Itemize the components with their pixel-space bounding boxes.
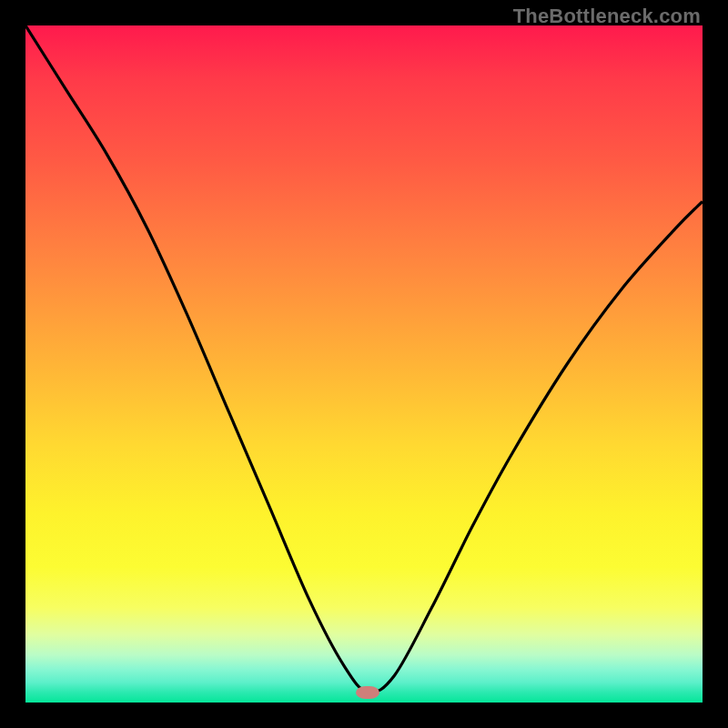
- watermark-text: TheBottleneck.com: [513, 5, 701, 28]
- bottleneck-curve: [25, 25, 703, 693]
- bottleneck-curve-svg: [25, 25, 703, 703]
- plot-area: [25, 25, 703, 703]
- optimal-point-marker: [356, 686, 379, 699]
- chart-frame: TheBottleneck.com: [0, 0, 728, 728]
